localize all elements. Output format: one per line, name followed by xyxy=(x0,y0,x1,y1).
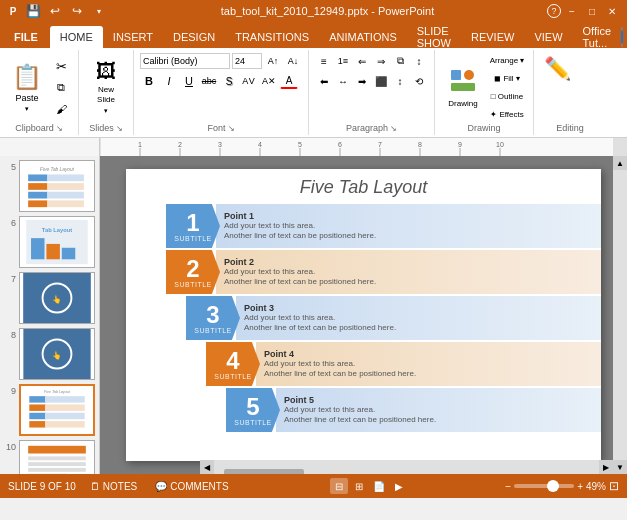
increase-font-button[interactable]: A↑ xyxy=(264,53,282,69)
font-content: A↑ A↓ B I U abc S AV A✕ A xyxy=(140,52,302,123)
slide-thumb-8[interactable]: 👆 xyxy=(19,328,95,380)
slide-thumb-10[interactable] xyxy=(19,440,95,474)
slides-expand-icon[interactable]: ↘ xyxy=(116,124,123,133)
minimize-button[interactable]: − xyxy=(563,4,581,18)
arrange-button[interactable]: Arrange ▾ xyxy=(487,53,527,69)
increase-indent-button[interactable]: ⇒ xyxy=(372,53,390,69)
clipboard-label[interactable]: Clipboard ↘ xyxy=(15,123,63,133)
horizontal-scrollbar[interactable]: ◀ ▶ xyxy=(200,460,613,474)
tab-3-line2: Another line of text can be positioned h… xyxy=(244,323,593,333)
slide-item-7[interactable]: 7 👆 xyxy=(4,272,95,324)
font-expand-icon[interactable]: ↘ xyxy=(228,124,235,133)
reading-view-button[interactable]: 📄 xyxy=(370,478,388,494)
scroll-down-button[interactable]: ▼ xyxy=(613,460,627,474)
tab-insert[interactable]: INSERT xyxy=(103,26,163,48)
drawing-button[interactable]: Drawing xyxy=(441,59,485,117)
qat-redo[interactable]: ↪ xyxy=(68,2,86,20)
tab-review[interactable]: REVIEW xyxy=(461,26,524,48)
slide-item-6[interactable]: 6 Tab Layout xyxy=(4,216,95,268)
font-name-input[interactable] xyxy=(140,53,230,69)
shape-outline-button[interactable]: □ Outline xyxy=(487,89,527,105)
align-left-button[interactable]: ⬅ xyxy=(315,73,333,89)
char-spacing-button[interactable]: AV xyxy=(240,73,258,89)
slideshow-button[interactable]: ▶ xyxy=(390,478,408,494)
shadow-button[interactable]: S xyxy=(220,73,238,89)
text-direction-button[interactable]: ↕ xyxy=(410,53,428,69)
zoom-level: 49% xyxy=(586,481,606,492)
slide-thumb-5[interactable]: Five Tab Layout xyxy=(19,160,95,212)
slide-item-10[interactable]: 10 xyxy=(4,440,95,474)
align-right-button[interactable]: ➡ xyxy=(353,73,371,89)
slide-thumb-9[interactable]: Five Tab Layout xyxy=(19,384,95,436)
copy-button[interactable]: ⧉ xyxy=(50,78,72,98)
clipboard-expand-icon[interactable]: ↘ xyxy=(56,124,63,133)
decrease-font-button[interactable]: A↓ xyxy=(284,53,302,69)
bold-button[interactable]: B xyxy=(140,73,158,89)
comments-button[interactable]: 💬 COMMENTS xyxy=(151,479,232,494)
align-center-button[interactable]: ↔ xyxy=(334,73,352,89)
shape-effects-button[interactable]: ✦ Effects xyxy=(487,107,527,123)
bullets-button[interactable]: ≡ xyxy=(315,53,333,69)
qat-save[interactable]: 💾 xyxy=(24,2,42,20)
slide-sorter-button[interactable]: ⊞ xyxy=(350,478,368,494)
line-spacing-button[interactable]: ↕ xyxy=(391,73,409,89)
shape-fill-button[interactable]: ◼ Fill ▾ xyxy=(487,71,527,87)
slide-item-9[interactable]: 9 Five Tab Layout xyxy=(4,384,95,436)
numbering-button[interactable]: 1≡ xyxy=(334,53,352,69)
slide-item-5[interactable]: 5 Five Tab Layout xyxy=(4,160,95,212)
qat-undo[interactable]: ↩ xyxy=(46,2,64,20)
vertical-scrollbar[interactable]: ▲ ▼ xyxy=(613,156,627,474)
scroll-left-button[interactable]: ◀ xyxy=(200,460,214,474)
slide-thumb-6[interactable]: Tab Layout xyxy=(19,216,95,268)
paragraph-label[interactable]: Paragraph ↘ xyxy=(346,123,397,133)
tab-view[interactable]: VIEW xyxy=(524,26,572,48)
user-avatar[interactable]: 👤 xyxy=(621,26,623,48)
slides-label[interactable]: Slides ↘ xyxy=(89,123,123,133)
format-painter-button[interactable]: 🖌 xyxy=(50,99,72,119)
normal-view-button[interactable]: ⊟ xyxy=(330,478,348,494)
new-slide-button[interactable]: 🖼 NewSlide ▾ xyxy=(85,59,127,117)
notes-button[interactable]: 🗒 NOTES xyxy=(86,479,141,494)
font-size-input[interactable] xyxy=(232,53,262,69)
font-label[interactable]: Font ↘ xyxy=(207,123,234,133)
tab-file[interactable]: FILE xyxy=(2,26,50,48)
slide-thumb-7[interactable]: 👆 xyxy=(19,272,95,324)
justify-button[interactable]: ⬛ xyxy=(372,73,390,89)
paste-button[interactable]: 📋 Paste ▾ xyxy=(6,59,48,117)
tab-transitions[interactable]: TRANSITIONS xyxy=(225,26,319,48)
clear-format-button[interactable]: A✕ xyxy=(260,73,278,89)
help-button[interactable]: ? xyxy=(547,4,561,18)
fit-button[interactable]: ⊡ xyxy=(609,479,619,493)
tab-5-line1: Add your text to this area. xyxy=(284,405,593,415)
tab-slideshow[interactable]: SLIDE SHOW xyxy=(407,26,461,48)
columns-button[interactable]: ⧉ xyxy=(391,53,409,69)
slide-panel: 5 Five Tab Layout 6 xyxy=(0,156,100,474)
maximize-button[interactable]: □ xyxy=(583,4,601,18)
tab-design[interactable]: DESIGN xyxy=(163,26,225,48)
tab-office[interactable]: Office Tut... xyxy=(573,26,622,48)
slide-num-10: 10 xyxy=(4,440,16,452)
zoom-out-button[interactable]: − xyxy=(505,481,511,492)
strikethrough-button[interactable]: abc xyxy=(200,73,218,89)
para-row-2: ⬅ ↔ ➡ ⬛ ↕ ⟲ xyxy=(315,73,428,89)
editing-button[interactable]: ✏️ xyxy=(540,52,600,110)
zoom-thumb[interactable] xyxy=(547,480,559,492)
smartart-button[interactable]: ⟲ xyxy=(410,73,428,89)
paragraph-expand-icon[interactable]: ↘ xyxy=(390,124,397,133)
zoom-in-button[interactable]: + xyxy=(577,481,583,492)
tab-animations[interactable]: ANIMATIONS xyxy=(319,26,407,48)
scroll-thumb-h[interactable] xyxy=(224,469,304,474)
decrease-indent-button[interactable]: ⇐ xyxy=(353,53,371,69)
slide-item-8[interactable]: 8 👆 xyxy=(4,328,95,380)
scroll-right-button[interactable]: ▶ xyxy=(599,460,613,474)
zoom-slider[interactable] xyxy=(514,484,574,488)
paste-label: Paste xyxy=(15,93,38,103)
tab-home[interactable]: HOME xyxy=(50,26,103,48)
scroll-up-button[interactable]: ▲ xyxy=(613,156,627,170)
cut-button[interactable]: ✂ xyxy=(50,57,72,77)
close-button[interactable]: ✕ xyxy=(603,4,621,18)
font-color-button[interactable]: A xyxy=(280,73,298,89)
italic-button[interactable]: I xyxy=(160,73,178,89)
qat-more[interactable]: ▾ xyxy=(90,2,108,20)
underline-button[interactable]: U xyxy=(180,73,198,89)
